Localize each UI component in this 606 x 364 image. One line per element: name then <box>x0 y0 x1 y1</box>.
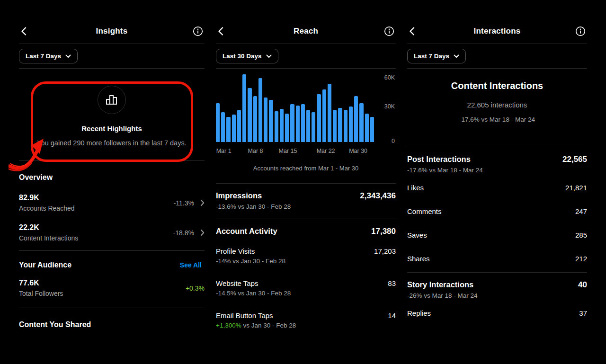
bar[interactable] <box>322 89 326 142</box>
stat-vs: vs Mar 18 - Mar 24 <box>429 167 483 174</box>
period-row: Last 7 Days <box>407 44 587 68</box>
period-dropdown[interactable]: Last 7 Days <box>19 49 78 63</box>
bar[interactable] <box>237 110 241 142</box>
email-button-taps-row: Email Button Taps 14 +1,300% vs Jan 30 -… <box>216 304 396 337</box>
bar[interactable] <box>306 110 310 142</box>
period-row: Last 30 Days <box>216 44 396 68</box>
stat-delta: +0.3% <box>186 284 205 292</box>
stat-delta: +1,300% <box>216 322 241 329</box>
stat-value: 22.2K <box>19 223 78 232</box>
reach-chart: 60K 30K 0 <box>216 73 396 142</box>
page-title: Reach <box>294 27 318 36</box>
bar[interactable] <box>280 109 284 142</box>
bar[interactable] <box>258 78 262 142</box>
stat-delta: -14% <box>216 257 231 265</box>
bar[interactable] <box>269 100 273 142</box>
overview-heading: Overview <box>19 173 205 182</box>
content-you-shared-heading: Content You Shared <box>19 320 205 329</box>
x-tick: Mar 8 <box>248 148 263 154</box>
stat-value: 14 <box>388 311 396 320</box>
see-all-link[interactable]: See All <box>177 261 205 269</box>
stat-vs: vs Jan 30 - Feb 28 <box>243 322 296 329</box>
chevron-right-icon <box>200 199 205 206</box>
bar[interactable] <box>290 104 294 142</box>
bar[interactable] <box>333 110 337 142</box>
saves-row: Saves 285 <box>407 224 587 248</box>
bar[interactable] <box>296 106 300 142</box>
bar-chart-icon <box>106 94 118 106</box>
back-button[interactable] <box>19 25 31 37</box>
bar[interactable] <box>312 112 315 142</box>
y-tick: 60K <box>384 74 395 81</box>
stat-label: Email Button Taps <box>216 311 273 320</box>
content-interactions-summary: Content Interactions 22,605 interactions… <box>407 69 587 147</box>
info-button[interactable] <box>191 25 205 38</box>
bar[interactable] <box>253 96 257 142</box>
stat-value: 82.9K <box>19 194 75 202</box>
back-button[interactable] <box>216 25 228 37</box>
y-tick: 0 <box>392 138 395 144</box>
bar[interactable] <box>242 74 246 142</box>
chevron-left-icon <box>407 26 418 36</box>
stat-delta: -18.8% <box>173 229 194 237</box>
summary-delta: -17.6% vs Mar 18 - Mar 24 <box>407 116 587 123</box>
chart-y-axis: 60K 30K 0 <box>374 73 396 142</box>
divider <box>19 308 205 308</box>
stat-label: Content Interactions <box>19 234 78 242</box>
recent-highlights-card[interactable]: Recent Highlights You gained 290 more fo… <box>19 69 205 160</box>
bar[interactable] <box>232 115 236 142</box>
bar[interactable] <box>359 103 363 142</box>
bar[interactable] <box>317 94 321 142</box>
period-dropdown[interactable]: Last 30 Days <box>216 49 278 63</box>
chevron-down-icon <box>65 54 71 58</box>
bar[interactable] <box>248 88 251 142</box>
bar[interactable] <box>354 96 358 142</box>
content-interactions-row[interactable]: 22.2K Content Interactions -18.8% <box>19 221 205 250</box>
x-tick: Mar 1 <box>216 148 232 154</box>
x-tick: Mar 30 <box>349 148 367 154</box>
interactions-panel: Interactions Last 7 Days Content Interac… <box>407 19 587 326</box>
accounts-reached-row[interactable]: 82.9K Accounts Reached -11.3% <box>19 186 205 221</box>
stat-value: 40 <box>578 280 587 290</box>
y-tick: 30K <box>384 103 395 110</box>
summary-heading: Content Interactions <box>407 80 587 91</box>
period-dropdown[interactable]: Last 7 Days <box>407 49 466 63</box>
stat-label: Account Activity <box>216 227 277 236</box>
period-label: Last 30 Days <box>223 53 262 60</box>
stat-comparison: -17.6% vs Mar 18 - Mar 24 <box>407 167 587 174</box>
info-icon <box>192 26 204 37</box>
bar[interactable] <box>221 112 225 142</box>
bar[interactable] <box>216 103 220 142</box>
chevron-down-icon <box>266 54 272 58</box>
stat-delta: -11.3% <box>174 199 194 207</box>
bar[interactable] <box>275 111 278 142</box>
info-button[interactable] <box>574 25 587 38</box>
period-label: Last 7 Days <box>414 53 449 60</box>
back-button[interactable] <box>407 25 419 37</box>
stat-value: 77.6K <box>19 279 63 287</box>
stat-label: Profile Visits <box>216 247 255 255</box>
bar[interactable] <box>338 108 342 142</box>
stat-comparison: -13.6% vs Jan 30 - Feb 28 <box>216 203 396 210</box>
stat-delta: -13.6% <box>216 203 236 210</box>
bar[interactable] <box>301 104 305 142</box>
account-activity-row: Account Activity 17,380 <box>216 219 396 240</box>
audience-heading: Your Audience <box>19 261 71 269</box>
bar[interactable] <box>344 110 348 142</box>
bar[interactable] <box>285 114 289 142</box>
chevron-down-icon <box>454 54 459 58</box>
stat-label: Replies <box>407 309 431 317</box>
reach-panel: Reach Last 30 Days 60K 30K 0 Mar 1Mar 8M… <box>216 19 396 337</box>
bar[interactable] <box>226 117 230 142</box>
stat-comparison: -14.5% vs Jan 30 - Feb 28 <box>216 290 396 297</box>
info-button[interactable] <box>383 25 396 38</box>
insights-header: Insights <box>19 19 205 44</box>
bar[interactable] <box>264 98 267 142</box>
stat-label: Comments <box>407 207 442 215</box>
bar[interactable] <box>370 117 374 142</box>
stat-value: 37 <box>579 309 587 317</box>
bar[interactable] <box>365 114 369 142</box>
bar[interactable] <box>349 107 353 142</box>
bar[interactable] <box>328 84 331 142</box>
stat-label: Accounts Reached <box>19 204 75 212</box>
